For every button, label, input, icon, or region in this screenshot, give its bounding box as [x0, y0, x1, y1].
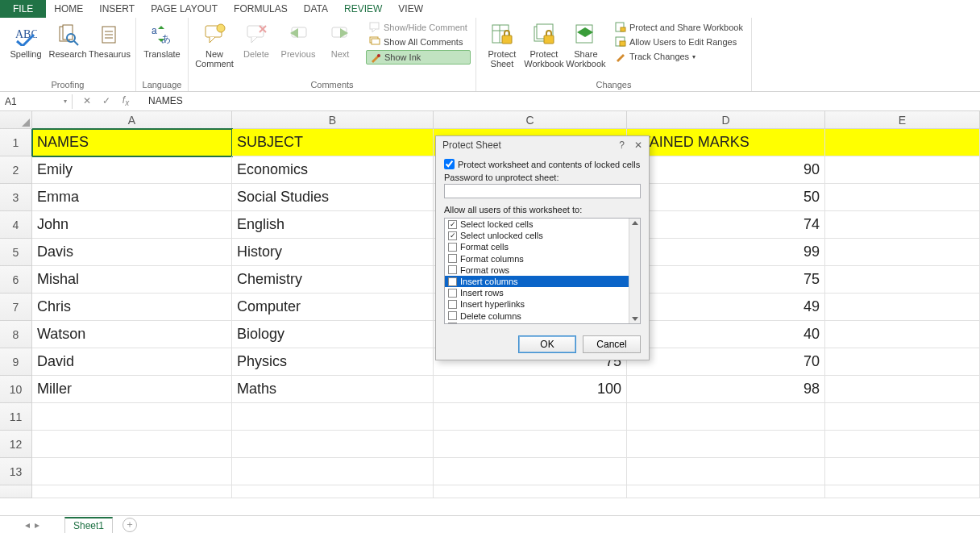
cell[interactable]: Economics	[232, 156, 434, 184]
help-icon[interactable]: ?	[619, 139, 625, 151]
cell[interactable]: History	[232, 239, 434, 266]
row-header[interactable]	[0, 485, 32, 498]
row-header[interactable]: 10	[0, 376, 32, 403]
cell[interactable]: Chemistry	[232, 266, 434, 294]
row-header[interactable]: 9	[0, 348, 32, 376]
checkbox[interactable]	[448, 300, 457, 309]
cell[interactable]	[627, 458, 825, 485]
cell[interactable]: Emily	[32, 156, 232, 184]
dialog-titlebar[interactable]: Protect Sheet ? ✕	[436, 136, 649, 154]
cell[interactable]	[434, 458, 627, 485]
permission-item[interactable]: Insert hyperlinks	[445, 298, 640, 310]
checkbox[interactable]	[448, 254, 457, 263]
cell[interactable]	[825, 184, 980, 211]
permission-item[interactable]: Delete columns	[445, 310, 640, 322]
cell[interactable]	[825, 129, 980, 156]
name-box[interactable]: A1 ▾	[0, 94, 73, 109]
permission-item[interactable]: Format columns	[445, 253, 640, 264]
cell[interactable]: Physics	[232, 348, 434, 376]
cell[interactable]	[32, 458, 232, 485]
cell[interactable]	[434, 403, 627, 431]
row-header[interactable]: 5	[0, 239, 32, 266]
allow-users-edit-ranges-button[interactable]: Allow Users to Edit Ranges	[612, 35, 746, 48]
thesaurus-button[interactable]: Thesaurus	[89, 18, 131, 60]
col-header-E[interactable]: E	[825, 111, 980, 129]
tab-formulas[interactable]: FORMULAS	[226, 0, 296, 18]
checkbox[interactable]	[448, 289, 457, 298]
row-header[interactable]: 8	[0, 321, 32, 348]
cell[interactable]	[825, 211, 980, 239]
tab-view[interactable]: VIEW	[390, 0, 431, 18]
col-header-B[interactable]: B	[232, 111, 434, 129]
cell[interactable]	[825, 321, 980, 348]
cell[interactable]: Social Studies	[232, 184, 434, 211]
cell[interactable]	[825, 376, 980, 403]
show-hide-comment-button[interactable]: Show/Hide Comment	[366, 21, 471, 34]
close-icon[interactable]: ✕	[634, 139, 642, 151]
row-header[interactable]: 3	[0, 184, 32, 211]
row-header[interactable]: 11	[0, 403, 32, 431]
tab-home[interactable]: HOME	[46, 0, 91, 18]
delete-comment-button[interactable]: Delete	[235, 18, 277, 60]
cell[interactable]: John	[32, 211, 232, 239]
cell[interactable]: Maths	[232, 376, 434, 403]
cancel-icon[interactable]: ✕	[81, 95, 93, 106]
cell[interactable]	[825, 294, 980, 321]
col-header-D[interactable]: D	[627, 111, 825, 129]
cell[interactable]	[232, 403, 434, 431]
cell[interactable]: Emma	[32, 184, 232, 211]
formula-input[interactable]: NAMES	[139, 95, 183, 106]
row-header[interactable]: 12	[0, 431, 32, 458]
col-header-A[interactable]: A	[32, 111, 232, 129]
cell[interactable]	[32, 485, 232, 498]
cell[interactable]: Computer	[232, 294, 434, 321]
cell[interactable]: English	[232, 211, 434, 239]
show-ink-button[interactable]: Show Ink	[366, 50, 471, 65]
new-comment-button[interactable]: New Comment	[193, 18, 235, 69]
sheet-nav-prev-icon[interactable]: ◂	[25, 519, 30, 531]
cell[interactable]	[232, 458, 434, 485]
permission-item[interactable]: ✓Select unlocked cells	[445, 230, 640, 241]
tab-review[interactable]: REVIEW	[336, 0, 390, 18]
cell[interactable]	[825, 485, 980, 498]
cell[interactable]: 50	[627, 184, 825, 211]
scrollbar[interactable]	[629, 219, 640, 323]
cell[interactable]: 75	[627, 266, 825, 294]
sheet-nav-next-icon[interactable]: ▸	[35, 519, 39, 531]
cell[interactable]: Watson	[32, 321, 232, 348]
cell[interactable]: 74	[627, 211, 825, 239]
cell[interactable]	[434, 431, 627, 458]
cell[interactable]: NAMES	[32, 129, 232, 156]
cell[interactable]	[434, 485, 627, 498]
fx-icon[interactable]: fx	[119, 94, 132, 107]
row-header[interactable]: 1	[0, 129, 32, 156]
permission-item[interactable]: Insert columns	[445, 276, 640, 287]
permission-item[interactable]: Format cells	[445, 241, 640, 252]
cell[interactable]: Mishal	[32, 266, 232, 294]
cell[interactable]	[232, 431, 434, 458]
permission-item[interactable]: Insert rows	[445, 287, 640, 298]
next-comment-button[interactable]: Next	[319, 18, 361, 60]
permission-item[interactable]: ✓Select locked cells	[445, 219, 640, 230]
tab-insert[interactable]: INSERT	[91, 0, 143, 18]
cell[interactable]	[825, 403, 980, 431]
cell[interactable]	[825, 156, 980, 184]
tab-page-layout[interactable]: PAGE LAYOUT	[143, 0, 226, 18]
permissions-list[interactable]: ✓Select locked cells✓Select unlocked cel…	[444, 218, 641, 324]
permission-item[interactable]: Delete rows	[445, 322, 640, 324]
checkbox[interactable]: ✓	[448, 231, 457, 240]
cell[interactable]	[627, 403, 825, 431]
select-all-corner[interactable]	[0, 111, 32, 129]
protect-sheet-button[interactable]: Protect Sheet	[481, 18, 523, 69]
track-changes-button[interactable]: Track Changes ▾	[612, 50, 746, 63]
row-header[interactable]: 2	[0, 156, 32, 184]
protect-contents-checkbox[interactable]: Protect worksheet and contents of locked…	[444, 159, 641, 169]
cell[interactable]: 98	[627, 376, 825, 403]
cell[interactable]: 70	[627, 348, 825, 376]
checkbox[interactable]	[448, 311, 457, 320]
cancel-button[interactable]: Cancel	[583, 335, 641, 353]
password-input[interactable]	[444, 184, 641, 198]
checkbox[interactable]	[448, 323, 457, 324]
ok-button[interactable]: OK	[518, 335, 576, 353]
protect-workbook-button[interactable]: Protect Workbook	[523, 18, 565, 69]
